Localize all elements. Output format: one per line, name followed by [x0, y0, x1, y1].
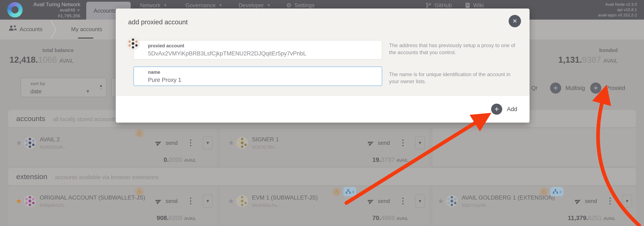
- extension-section-title: extension: [16, 168, 48, 185]
- gear-icon: ⚙: [286, 2, 292, 9]
- close-icon: ✕: [512, 18, 518, 24]
- favorite-star-icon[interactable]: ★: [438, 197, 446, 205]
- send-button[interactable]: send: [378, 140, 390, 146]
- expand-caret-button[interactable]: ▼: [203, 195, 213, 208]
- name-field[interactable]: name Pure Proxy 1: [134, 66, 382, 86]
- account-name: SIGNER 1: [252, 136, 279, 143]
- account-balance: 0.0000AVAIL: [164, 156, 196, 163]
- name-help-text: The name is for unique identification of…: [389, 71, 517, 85]
- wiki-link-label: Wiki: [473, 2, 484, 9]
- proxied-account-field[interactable]: proxied account 5DvAx2VMYiKpBRB3LsfCjkpT…: [134, 40, 382, 59]
- network-name: Avail Turing Network: [26, 2, 80, 7]
- sort-direction-button[interactable]: ▲ ▼: [96, 78, 107, 97]
- expand-caret-button[interactable]: ▼: [415, 136, 425, 149]
- expand-caret-button[interactable]: ▼: [622, 195, 632, 208]
- add-proxied-label: Proxied: [606, 85, 625, 91]
- account-card-evm-1: ⚠ › ★ EVM 1 (SUBWALLET-JS) 5GvF6GLPu... …: [220, 187, 429, 225]
- account-identicon[interactable]: [236, 137, 248, 149]
- add-multisig-button[interactable]: + Multisig: [550, 82, 585, 94]
- send-button[interactable]: send: [585, 198, 597, 205]
- send-button[interactable]: send: [166, 140, 178, 146]
- node-version: Avail Node v2.3.0: [598, 2, 637, 7]
- more-menu-icon[interactable]: [402, 139, 404, 146]
- account-address[interactable]: 5DDY2yzh8...: [462, 203, 555, 208]
- sitemap-icon: [346, 189, 351, 194]
- more-menu-icon[interactable]: [190, 139, 191, 146]
- wiki-link[interactable]: Wiki: [465, 2, 484, 9]
- sort-by-dropdown[interactable]: sort by date ▼: [20, 78, 96, 97]
- send-icon[interactable]: [156, 198, 162, 204]
- extension-section-subtitle: accounts available via browser extension…: [55, 174, 159, 181]
- account-address[interactable]: 5HNpW4ZS...: [40, 203, 145, 208]
- version-info: Avail Node v2.3.0 api v15.8.1 avail-apps…: [598, 2, 637, 18]
- nav-item-governance-label: Governance: [185, 2, 216, 9]
- account-card-signer-1: ★ SIGNER 1 5CS7E7BV... send ▼ 19.3737AVA…: [220, 128, 429, 166]
- active-tab-underline: [78, 37, 93, 39]
- nav-item-network-label: Network: [140, 2, 160, 9]
- account-balance: 70.4868AVAIL: [372, 215, 408, 222]
- add-button-label: Add: [507, 106, 517, 113]
- chain-spec: avail/46 ▼: [26, 7, 80, 13]
- account-identicon[interactable]: [24, 137, 36, 149]
- account-card-original-account: ⚠ ★ ORIGINAL ACCOUNT (SUBWALLET-JS) 5HNp…: [8, 187, 216, 225]
- github-link[interactable]: GitHub: [426, 2, 452, 9]
- send-icon[interactable]: [156, 140, 162, 146]
- apps-version: avail-apps v0.152.2-2: [598, 12, 637, 18]
- proxied-account-field-label: proxied account: [148, 43, 184, 49]
- account-name: EVM 1 (SUBWALLET-JS): [252, 195, 318, 201]
- favorite-star-icon[interactable]: ★: [228, 197, 236, 205]
- network-selector[interactable]: Avail Turing Network avail/46 ▼ #1,795,3…: [26, 2, 80, 18]
- send-icon[interactable]: [368, 140, 374, 146]
- sort-by-label: sort by: [30, 81, 45, 86]
- tab-my-accounts[interactable]: My accounts: [71, 26, 102, 33]
- avail-logo-icon: [7, 2, 23, 17]
- proxy-badge[interactable]: ›: [343, 187, 356, 196]
- more-menu-icon[interactable]: [610, 198, 611, 205]
- warning-icon[interactable]: ⚠: [539, 187, 548, 196]
- proxy-badge-chevron: ›: [560, 189, 561, 195]
- send-button[interactable]: send: [166, 198, 178, 205]
- account-address[interactable]: 5CS7E7BV...: [252, 145, 279, 150]
- account-address[interactable]: 5GRD22aR...: [40, 145, 66, 150]
- breadcrumb-section: Accounts: [20, 26, 42, 33]
- warning-icon[interactable]: ⚠: [135, 187, 144, 196]
- total-balance-block: total balance 12,418.1066 AVAIL: [8, 47, 74, 65]
- sort-desc-icon: ▼: [99, 87, 103, 91]
- accounts-section-subtitle: all locally stored accounts: [53, 116, 116, 123]
- add-button[interactable]: + Add: [491, 104, 517, 115]
- favorite-star-icon[interactable]: ★: [16, 139, 24, 147]
- more-menu-icon[interactable]: [402, 198, 404, 205]
- plus-icon: +: [550, 82, 561, 94]
- account-balance: 19.3737AVAIL: [372, 156, 408, 163]
- app-root: Avail Turing Network avail/46 ▼ #1,795,3…: [0, 0, 644, 226]
- breadcrumb-divider: [50, 20, 57, 39]
- more-menu-icon[interactable]: [190, 198, 191, 205]
- close-button[interactable]: ✕: [508, 15, 521, 27]
- favorite-star-icon[interactable]: ★: [16, 197, 24, 205]
- book-icon: [465, 2, 470, 8]
- expand-caret-button[interactable]: ▼: [203, 136, 213, 149]
- name-field-value: Pure Proxy 1: [148, 77, 181, 83]
- warning-icon[interactable]: ⚠: [332, 187, 341, 196]
- send-button[interactable]: send: [378, 198, 390, 205]
- warning-icon[interactable]: ⚠: [135, 129, 144, 138]
- total-balance-value: 12,418.1066 AVAIL: [8, 55, 74, 65]
- send-icon[interactable]: [575, 198, 581, 204]
- nav-tab-accounts-label: Accounts: [94, 7, 116, 14]
- proxy-badge[interactable]: ›: [550, 187, 563, 196]
- empty-account-slot: [432, 128, 636, 166]
- account-balance: 908.6209AVAIL: [157, 215, 196, 222]
- account-identicon[interactable]: [236, 195, 248, 207]
- plus-icon: +: [491, 104, 502, 115]
- add-proxied-button[interactable]: + Proxied: [590, 82, 625, 94]
- expand-caret-button[interactable]: ▼: [415, 195, 425, 208]
- account-identicon[interactable]: [24, 195, 36, 207]
- account-card-avail-2: ⚠ ★ AVAIL 2 5GRD22aR... send ▼ 0.0000AVA…: [8, 128, 216, 166]
- favorite-star-icon[interactable]: ★: [228, 139, 236, 147]
- nav-item-developer-label: Developer: [238, 2, 264, 9]
- send-icon[interactable]: [368, 198, 374, 204]
- total-balance-label: total balance: [8, 47, 74, 53]
- account-identicon[interactable]: [446, 195, 458, 207]
- account-address[interactable]: 5GvF6GLPu...: [252, 203, 318, 208]
- name-field-label: name: [148, 69, 160, 75]
